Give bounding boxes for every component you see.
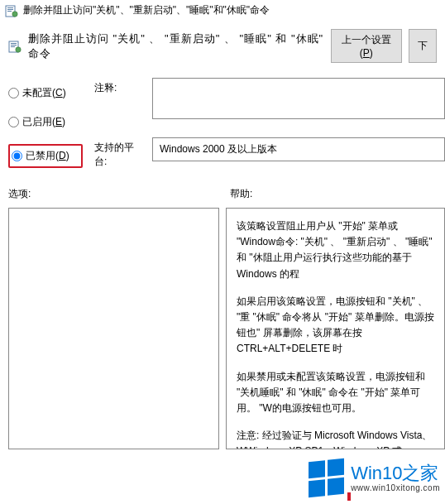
- radio-disabled-input[interactable]: [12, 151, 22, 161]
- windows-logo-icon: [309, 458, 344, 498]
- platform-label: 支持的平台:: [94, 137, 144, 169]
- watermark-text: Win10之家 www.win10xitong.com: [351, 463, 440, 492]
- nav-buttons: 上一个设置(P) 下: [331, 29, 437, 63]
- watermark-brand: Win10之家: [351, 463, 440, 483]
- help-p2: 如果启用该策略设置，电源按钮和 "关机" 、 "重 "休眠" 命令将从 "开始"…: [237, 294, 438, 358]
- help-pane: 该策略设置阻止用户从 "开始" 菜单或 "Window命令: "关机" 、 "重…: [226, 208, 445, 449]
- next-label: 下: [418, 40, 428, 51]
- options-pane: [8, 208, 219, 449]
- help-p3: 如果禁用或未配置该策略设置，电源按钮和 "关机睡眠" 和 "休眠" 命令在 "开…: [237, 369, 438, 417]
- svg-point-4: [12, 11, 17, 16]
- watermark-brand-zh: 之家: [402, 463, 438, 483]
- policy-icon: [8, 40, 22, 53]
- fields-column: 注释: 支持的平台: Windows 2000 及以上版本: [94, 78, 445, 169]
- radio-not-configured-label: 未配置(C): [22, 86, 66, 100]
- svg-rect-7: [11, 45, 17, 46]
- watermark-brand-en: Win10: [351, 463, 402, 483]
- prev-setting-button[interactable]: 上一个设置(P): [331, 29, 402, 63]
- prev-label: 上一个设置(P): [342, 34, 391, 59]
- radio-enabled-input[interactable]: [8, 117, 19, 127]
- help-label: 帮助:: [230, 187, 252, 201]
- help-p1: 该策略设置阻止用户从 "开始" 菜单或 "Window命令: "关机" 、 "重…: [237, 218, 438, 282]
- comment-textarea[interactable]: [152, 78, 445, 119]
- radio-column: 未配置(C) 已启用(E) 已禁用(D): [8, 78, 83, 169]
- config-row: 未配置(C) 已启用(E) 已禁用(D) 注释: 支持的平台: Windows …: [0, 63, 445, 169]
- svg-rect-2: [7, 9, 13, 10]
- red-marker: [347, 492, 351, 501]
- watermark-url: www.win10xitong.com: [351, 483, 440, 492]
- radio-enabled-label: 已启用(E): [22, 115, 65, 129]
- svg-rect-3: [7, 11, 12, 12]
- comment-label: 注释:: [94, 78, 144, 95]
- radio-disabled-label: 已禁用(D): [26, 149, 69, 163]
- svg-rect-1: [7, 7, 13, 8]
- policy-header: 删除并阻止访问 "关机" 、 "重新启动" 、 "睡眠" 和 "休眠" 命令 上…: [0, 21, 445, 63]
- svg-rect-8: [11, 46, 15, 47]
- radio-disabled-highlight: 已禁用(D): [8, 144, 83, 168]
- policy-icon: [5, 4, 18, 17]
- state-radio-group: 未配置(C) 已启用(E) 已禁用(D): [8, 86, 83, 168]
- section-labels: 选项: 帮助:: [0, 169, 445, 208]
- svg-point-9: [16, 46, 21, 51]
- policy-title: 删除并阻止访问 "关机" 、 "重新启动" 、 "睡眠" 和 "休眠" 命令: [28, 31, 324, 61]
- titlebar: 删除并阻止访问"关机"、"重新启动"、"睡眠"和"休眠"命令: [0, 0, 445, 21]
- options-label: 选项:: [8, 187, 230, 201]
- window-title: 删除并阻止访问"关机"、"重新启动"、"睡眠"和"休眠"命令: [23, 3, 270, 17]
- radio-not-configured[interactable]: 未配置(C): [8, 86, 83, 100]
- platform-row: 支持的平台: Windows 2000 及以上版本: [94, 137, 445, 169]
- watermark: Win10之家 www.win10xitong.com: [304, 458, 442, 497]
- panes: 该策略设置阻止用户从 "开始" 菜单或 "Window命令: "关机" 、 "重…: [0, 208, 445, 449]
- radio-enabled[interactable]: 已启用(E): [8, 115, 83, 129]
- radio-not-configured-input[interactable]: [8, 88, 19, 98]
- radio-disabled[interactable]: 已禁用(D): [12, 149, 69, 163]
- platform-field: Windows 2000 及以上版本: [152, 137, 445, 161]
- svg-rect-6: [11, 43, 17, 44]
- next-setting-button[interactable]: 下: [409, 29, 437, 63]
- comment-row: 注释:: [94, 78, 445, 119]
- help-p4: 注意: 经过验证与 Microsoft Windows Vista、WWindo…: [237, 428, 438, 449]
